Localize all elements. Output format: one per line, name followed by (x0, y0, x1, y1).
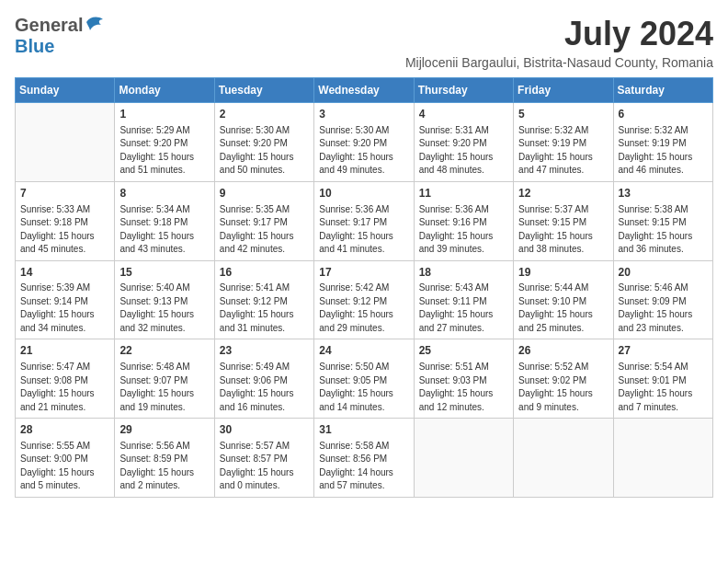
calendar-cell: 6Sunrise: 5:32 AM Sunset: 9:19 PM Daylig… (613, 103, 712, 182)
day-info: Sunrise: 5:43 AM Sunset: 9:11 PM Dayligh… (419, 282, 508, 335)
day-number: 20 (619, 265, 708, 281)
day-info: Sunrise: 5:46 AM Sunset: 9:09 PM Dayligh… (619, 282, 708, 335)
day-number: 2 (220, 107, 309, 122)
day-info: Sunrise: 5:57 AM Sunset: 8:57 PM Dayligh… (220, 440, 309, 493)
day-number: 1 (119, 107, 209, 122)
weekday-header-sunday: Sunday (16, 78, 115, 103)
day-number: 3 (319, 107, 408, 122)
calendar-cell: 30Sunrise: 5:57 AM Sunset: 8:57 PM Dayli… (214, 419, 313, 498)
day-number: 11 (419, 186, 508, 201)
day-info: Sunrise: 5:50 AM Sunset: 9:05 PM Dayligh… (319, 361, 408, 414)
calendar-week-5: 28Sunrise: 5:55 AM Sunset: 9:00 PM Dayli… (16, 419, 713, 498)
calendar-cell (414, 419, 513, 498)
day-number: 22 (119, 343, 209, 359)
day-number: 14 (20, 265, 109, 281)
calendar-cell: 7Sunrise: 5:33 AM Sunset: 9:18 PM Daylig… (16, 181, 115, 260)
calendar-cell: 15Sunrise: 5:40 AM Sunset: 9:13 PM Dayli… (115, 260, 214, 339)
weekday-header-wednesday: Wednesday (314, 78, 414, 103)
page-header: General Blue July 2024 Mijlocenii Bargau… (15, 15, 713, 70)
calendar-cell: 24Sunrise: 5:50 AM Sunset: 9:05 PM Dayli… (314, 339, 414, 419)
day-number: 29 (119, 422, 209, 438)
day-number: 18 (419, 265, 508, 281)
calendar-cell: 23Sunrise: 5:49 AM Sunset: 9:06 PM Dayli… (214, 339, 313, 419)
day-number: 27 (619, 343, 708, 359)
day-number: 12 (518, 186, 608, 201)
day-info: Sunrise: 5:29 AM Sunset: 9:20 PM Dayligh… (119, 124, 209, 178)
day-number: 8 (119, 186, 209, 201)
day-number: 17 (319, 265, 408, 281)
calendar-cell: 5Sunrise: 5:32 AM Sunset: 9:19 PM Daylig… (514, 103, 613, 182)
calendar-cell: 18Sunrise: 5:43 AM Sunset: 9:11 PM Dayli… (414, 260, 513, 339)
weekday-header-monday: Monday (115, 78, 214, 103)
day-number: 4 (419, 107, 508, 122)
day-info: Sunrise: 5:47 AM Sunset: 9:08 PM Dayligh… (20, 361, 109, 414)
calendar-cell: 19Sunrise: 5:44 AM Sunset: 9:10 PM Dayli… (514, 260, 613, 339)
calendar-cell: 27Sunrise: 5:54 AM Sunset: 9:01 PM Dayli… (613, 339, 712, 419)
day-number: 26 (518, 343, 608, 359)
calendar-cell: 28Sunrise: 5:55 AM Sunset: 9:00 PM Dayli… (16, 419, 115, 498)
day-info: Sunrise: 5:31 AM Sunset: 9:20 PM Dayligh… (419, 124, 508, 178)
calendar-cell: 11Sunrise: 5:36 AM Sunset: 9:16 PM Dayli… (414, 181, 513, 260)
calendar-cell: 1Sunrise: 5:29 AM Sunset: 9:20 PM Daylig… (115, 103, 214, 182)
day-number: 24 (319, 343, 408, 359)
day-info: Sunrise: 5:56 AM Sunset: 8:59 PM Dayligh… (119, 440, 209, 493)
day-number: 19 (518, 265, 608, 281)
calendar-cell: 17Sunrise: 5:42 AM Sunset: 9:12 PM Dayli… (314, 260, 414, 339)
calendar-cell (16, 103, 115, 182)
calendar-cell: 26Sunrise: 5:52 AM Sunset: 9:02 PM Dayli… (514, 339, 613, 419)
day-info: Sunrise: 5:33 AM Sunset: 9:18 PM Dayligh… (20, 203, 109, 257)
day-number: 23 (220, 343, 309, 359)
logo: General Blue (15, 15, 105, 57)
calendar-cell: 20Sunrise: 5:46 AM Sunset: 9:09 PM Dayli… (613, 260, 712, 339)
weekday-header-thursday: Thursday (414, 78, 513, 103)
day-number: 9 (220, 186, 309, 201)
calendar-cell: 16Sunrise: 5:41 AM Sunset: 9:12 PM Dayli… (214, 260, 313, 339)
day-info: Sunrise: 5:51 AM Sunset: 9:03 PM Dayligh… (419, 361, 508, 414)
day-number: 5 (518, 107, 608, 122)
calendar-week-2: 7Sunrise: 5:33 AM Sunset: 9:18 PM Daylig… (16, 181, 713, 260)
day-info: Sunrise: 5:32 AM Sunset: 9:19 PM Dayligh… (619, 124, 708, 178)
calendar-cell (613, 419, 712, 498)
day-info: Sunrise: 5:36 AM Sunset: 9:17 PM Dayligh… (319, 203, 408, 257)
day-number: 16 (220, 265, 309, 281)
calendar-cell: 25Sunrise: 5:51 AM Sunset: 9:03 PM Dayli… (414, 339, 513, 419)
logo-bird-icon (85, 14, 105, 34)
day-info: Sunrise: 5:58 AM Sunset: 8:56 PM Dayligh… (319, 440, 408, 493)
day-info: Sunrise: 5:30 AM Sunset: 9:20 PM Dayligh… (319, 124, 408, 178)
weekday-header-friday: Friday (514, 78, 613, 103)
day-info: Sunrise: 5:55 AM Sunset: 9:00 PM Dayligh… (20, 440, 109, 493)
calendar-cell: 4Sunrise: 5:31 AM Sunset: 9:20 PM Daylig… (414, 103, 513, 182)
calendar-header: SundayMondayTuesdayWednesdayThursdayFrid… (16, 78, 713, 103)
day-number: 25 (419, 343, 508, 359)
day-info: Sunrise: 5:30 AM Sunset: 9:20 PM Dayligh… (220, 124, 309, 178)
day-number: 15 (119, 265, 209, 281)
day-info: Sunrise: 5:38 AM Sunset: 9:15 PM Dayligh… (619, 203, 708, 257)
location-title: Mijlocenii Bargaului, Bistrita-Nasaud Co… (405, 55, 713, 70)
calendar-cell: 3Sunrise: 5:30 AM Sunset: 9:20 PM Daylig… (314, 103, 414, 182)
day-info: Sunrise: 5:49 AM Sunset: 9:06 PM Dayligh… (220, 361, 309, 414)
day-info: Sunrise: 5:41 AM Sunset: 9:12 PM Dayligh… (220, 282, 309, 335)
day-info: Sunrise: 5:48 AM Sunset: 9:07 PM Dayligh… (119, 361, 209, 414)
day-info: Sunrise: 5:32 AM Sunset: 9:19 PM Dayligh… (518, 124, 608, 178)
day-number: 31 (319, 422, 408, 438)
month-title: July 2024 (405, 15, 713, 53)
calendar-cell: 14Sunrise: 5:39 AM Sunset: 9:14 PM Dayli… (16, 260, 115, 339)
day-info: Sunrise: 5:39 AM Sunset: 9:14 PM Dayligh… (20, 282, 109, 335)
day-info: Sunrise: 5:52 AM Sunset: 9:02 PM Dayligh… (518, 361, 608, 414)
day-info: Sunrise: 5:35 AM Sunset: 9:17 PM Dayligh… (220, 203, 309, 257)
day-info: Sunrise: 5:34 AM Sunset: 9:18 PM Dayligh… (119, 203, 209, 257)
calendar-cell: 12Sunrise: 5:37 AM Sunset: 9:15 PM Dayli… (514, 181, 613, 260)
calendar-week-3: 14Sunrise: 5:39 AM Sunset: 9:14 PM Dayli… (16, 260, 713, 339)
calendar-cell: 22Sunrise: 5:48 AM Sunset: 9:07 PM Dayli… (115, 339, 214, 419)
day-info: Sunrise: 5:36 AM Sunset: 9:16 PM Dayligh… (419, 203, 508, 257)
calendar-cell: 10Sunrise: 5:36 AM Sunset: 9:17 PM Dayli… (314, 181, 414, 260)
calendar-cell: 8Sunrise: 5:34 AM Sunset: 9:18 PM Daylig… (115, 181, 214, 260)
day-number: 7 (20, 186, 109, 201)
weekday-header-saturday: Saturday (613, 78, 712, 103)
day-info: Sunrise: 5:42 AM Sunset: 9:12 PM Dayligh… (319, 282, 408, 335)
day-number: 30 (220, 422, 309, 438)
calendar-week-1: 1Sunrise: 5:29 AM Sunset: 9:20 PM Daylig… (16, 103, 713, 182)
day-number: 28 (20, 422, 109, 438)
day-info: Sunrise: 5:44 AM Sunset: 9:10 PM Dayligh… (518, 282, 608, 335)
weekday-header-tuesday: Tuesday (214, 78, 313, 103)
